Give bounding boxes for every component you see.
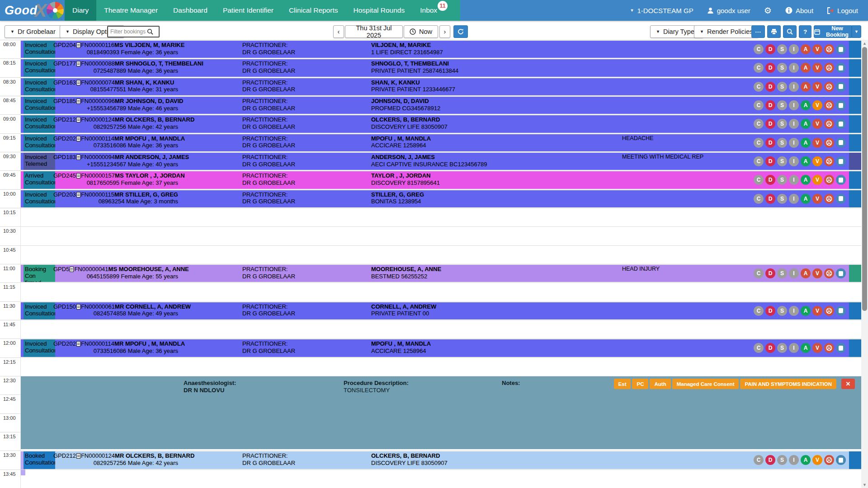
action-v-button[interactable]: V bbox=[812, 175, 822, 185]
action-c-button[interactable]: C bbox=[754, 44, 764, 54]
action-i-button[interactable]: I bbox=[789, 63, 799, 73]
mood-icon-button[interactable]: ☹ bbox=[824, 268, 834, 278]
action-s-button[interactable]: S bbox=[777, 175, 787, 185]
action-d-button[interactable]: D bbox=[765, 306, 775, 316]
new-booking-button[interactable]: New Booking bbox=[814, 25, 852, 38]
action-d-button[interactable]: D bbox=[765, 63, 775, 73]
action-a-button[interactable]: A bbox=[801, 268, 811, 278]
booking-row[interactable]: InvoicedTelemed GPD183FN00000094MR ANDER… bbox=[21, 153, 861, 170]
action-c-button[interactable]: C bbox=[754, 156, 764, 166]
mood-icon-button[interactable]: ☹ bbox=[824, 194, 834, 204]
action-a-button[interactable]: A bbox=[801, 138, 811, 148]
action-d-button[interactable]: D bbox=[765, 156, 775, 166]
booking-row[interactable]: InvoicedConsultation GPD202FN00000114MR … bbox=[21, 339, 861, 357]
booking-row[interactable]: InvoicedConsultation GPD185FN00000096MR … bbox=[21, 97, 861, 114]
action-c-button[interactable]: C bbox=[754, 100, 764, 110]
nav-item-patient-identifier[interactable]: Patient Identifier bbox=[215, 0, 281, 21]
next-day-button[interactable]: › bbox=[439, 25, 450, 38]
action-s-button[interactable]: S bbox=[777, 306, 787, 316]
action-s-button[interactable]: S bbox=[777, 119, 787, 129]
action-a-button[interactable]: A bbox=[801, 306, 811, 316]
booking-row[interactable]: InvoicedConsultation GPD150FN00000061MR … bbox=[21, 302, 861, 319]
action-v-button[interactable]: V bbox=[812, 63, 822, 73]
note-icon-button[interactable] bbox=[836, 455, 846, 465]
action-c-button[interactable]: C bbox=[754, 175, 764, 185]
action-i-button[interactable]: I bbox=[789, 119, 799, 129]
action-s-button[interactable]: S bbox=[777, 268, 787, 278]
action-s-button[interactable]: S bbox=[777, 156, 787, 166]
action-s-button[interactable]: S bbox=[777, 455, 787, 465]
action-d-button[interactable]: D bbox=[765, 343, 775, 353]
mood-icon-button[interactable]: ☹ bbox=[824, 100, 834, 110]
action-v-button[interactable]: V bbox=[812, 138, 822, 148]
time-slot-10:15[interactable]: 10:15 bbox=[0, 208, 861, 226]
nav-item-inbox[interactable]: Inbox11 bbox=[412, 0, 445, 21]
action-i-button[interactable]: I bbox=[789, 156, 799, 166]
theatre-button-est[interactable]: Est bbox=[614, 379, 631, 389]
theatre-button-pain-and-symptoms-indication[interactable]: PAIN AND SYMPTOMS INDICATION bbox=[740, 379, 836, 389]
theatre-close-button[interactable]: ✕ bbox=[841, 379, 855, 389]
action-a-button[interactable]: A bbox=[801, 455, 811, 465]
more-actions-button[interactable]: ··· bbox=[751, 25, 765, 38]
settings-button[interactable]: ⚙ bbox=[764, 5, 772, 16]
theatre-button-managed-care-consent[interactable]: Managed Care Consent bbox=[672, 379, 739, 389]
print-button[interactable] bbox=[767, 25, 781, 38]
action-i-button[interactable]: I bbox=[789, 455, 799, 465]
note-icon-button[interactable] bbox=[836, 268, 846, 278]
mood-icon-button[interactable]: ☹ bbox=[824, 82, 834, 92]
action-c-button[interactable]: C bbox=[754, 194, 764, 204]
logout-button[interactable]: Logout bbox=[827, 7, 858, 14]
action-s-button[interactable]: S bbox=[777, 82, 787, 92]
action-a-button[interactable]: A bbox=[801, 100, 811, 110]
action-a-button[interactable]: A bbox=[801, 194, 811, 204]
action-i-button[interactable]: I bbox=[789, 194, 799, 204]
action-i-button[interactable]: I bbox=[789, 100, 799, 110]
scroll-down-arrow[interactable]: ▼ bbox=[861, 481, 868, 488]
booking-row[interactable]: ArrivedConsultation GPD245FN00000157MS T… bbox=[21, 171, 861, 188]
note-icon-button[interactable] bbox=[836, 138, 846, 148]
note-icon-button[interactable] bbox=[836, 175, 846, 185]
scroll-up-arrow[interactable]: ▲ bbox=[861, 40, 868, 47]
action-a-button[interactable]: A bbox=[801, 119, 811, 129]
action-v-button[interactable]: V bbox=[812, 455, 822, 465]
action-i-button[interactable]: I bbox=[789, 306, 799, 316]
action-a-button[interactable]: A bbox=[801, 156, 811, 166]
action-v-button[interactable]: V bbox=[812, 194, 822, 204]
mood-icon-button[interactable]: ☹ bbox=[824, 343, 834, 353]
note-icon-button[interactable] bbox=[836, 44, 846, 54]
action-s-button[interactable]: S bbox=[777, 194, 787, 204]
time-slot-12:15[interactable]: 12:15 bbox=[0, 357, 861, 376]
action-v-button[interactable]: V bbox=[812, 44, 822, 54]
note-icon-button[interactable] bbox=[836, 100, 846, 110]
note-icon-button[interactable] bbox=[836, 156, 846, 166]
booking-row[interactable]: InvoicedConsultation GPD177FN00000088MR … bbox=[21, 59, 861, 76]
action-i-button[interactable]: I bbox=[789, 138, 799, 148]
booking-row[interactable]: BookedConsultation GPD212FN00000124MR OL… bbox=[21, 451, 861, 469]
nav-item-diary[interactable]: Diary bbox=[65, 0, 96, 21]
action-s-button[interactable]: S bbox=[777, 44, 787, 54]
mood-icon-button[interactable]: ☹ bbox=[824, 306, 834, 316]
search-button[interactable] bbox=[783, 25, 797, 38]
note-icon-button[interactable] bbox=[836, 343, 846, 353]
note-icon-button[interactable] bbox=[836, 306, 846, 316]
action-v-button[interactable]: V bbox=[812, 119, 822, 129]
action-c-button[interactable]: C bbox=[754, 343, 764, 353]
booking-row[interactable]: Booking Confirmed GPD5FN00000041MS MOORE… bbox=[21, 265, 861, 282]
action-v-button[interactable]: V bbox=[812, 306, 822, 316]
action-d-button[interactable]: D bbox=[765, 100, 775, 110]
render-policies-dropdown[interactable]: ▼ Render Policies bbox=[694, 25, 759, 38]
action-v-button[interactable]: V bbox=[812, 268, 822, 278]
action-a-button[interactable]: A bbox=[801, 44, 811, 54]
scrollbar-thumb[interactable] bbox=[862, 47, 867, 311]
nav-item-dashboard[interactable]: Dashboard bbox=[165, 0, 215, 21]
action-c-button[interactable]: C bbox=[754, 119, 764, 129]
date-button[interactable]: Thu 31st Jul 2025 bbox=[345, 25, 403, 38]
time-slot-11:15[interactable]: 11:15 bbox=[0, 282, 861, 301]
action-d-button[interactable]: D bbox=[765, 119, 775, 129]
refresh-button[interactable] bbox=[453, 25, 468, 38]
note-icon-button[interactable] bbox=[836, 63, 846, 73]
filter-bookings-input[interactable] bbox=[108, 28, 147, 35]
action-c-button[interactable]: C bbox=[754, 455, 764, 465]
action-c-button[interactable]: C bbox=[754, 63, 764, 73]
action-a-button[interactable]: A bbox=[801, 343, 811, 353]
